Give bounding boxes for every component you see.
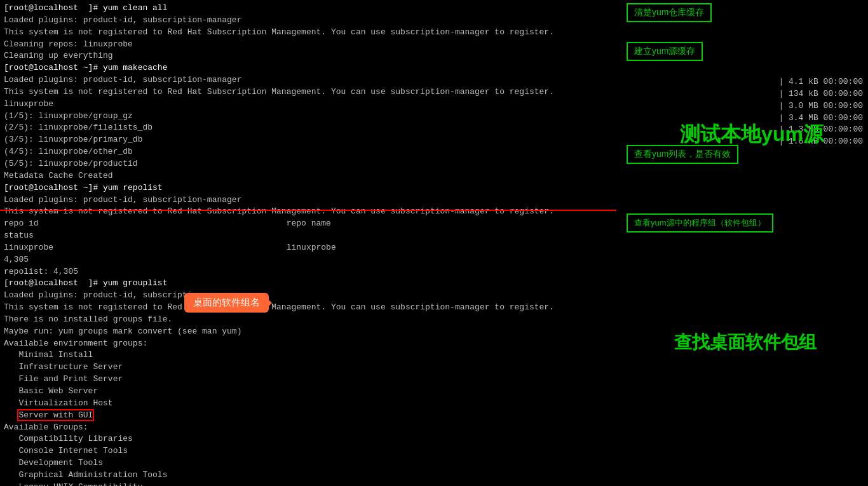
size-1: | 4.1 kB 00:00:00 [778, 76, 863, 88]
clear-cache-box: 清楚yum仓库缓存 [627, 3, 712, 27]
clear-cache-label: 清楚yum仓库缓存 [627, 3, 712, 22]
build-cache-label: 建立yum源缓存 [627, 42, 703, 61]
callout-bubble: 桌面的软件组名 [184, 293, 269, 313]
find-desktop-label: 查找桌面软件包组 [633, 330, 858, 354]
size-2: | 134 kB 00:00:00 [778, 88, 863, 100]
find-desktop-box: 查找桌面软件包组 [627, 318, 858, 361]
check-groups-box: 查看yum源中的程序组（软件包组） [627, 213, 773, 238]
right-panel: | 4.1 kB 00:00:00 | 134 kB 00:00:00 | 3.… [616, 0, 868, 486]
check-list-box: 查看yum列表，是否有效 [627, 145, 738, 169]
server-with-gui-highlight: Server with GUI [18, 410, 93, 420]
terminal-area: [root@localhost ]# yum clean all Loaded … [0, 0, 616, 486]
terminal-output: [root@localhost ]# yum clean all Loaded … [4, 3, 613, 486]
check-list-label: 查看yum列表，是否有效 [627, 145, 738, 164]
check-groups-label: 查看yum源中的程序组（软件包组） [627, 213, 773, 233]
build-cache-box: 建立yum源缓存 [627, 42, 703, 66]
